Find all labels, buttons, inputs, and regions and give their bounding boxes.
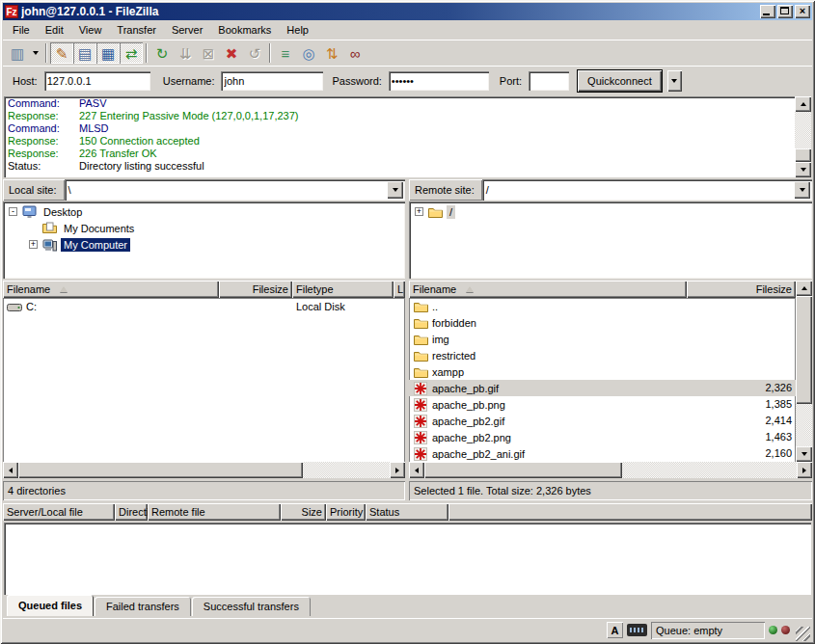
menu-bookmarks[interactable]: Bookmarks [210,22,279,38]
local-tree-item[interactable]: +My Computer [3,236,405,253]
remote-file-row[interactable]: restricted [409,347,796,363]
disconnect-button[interactable]: ✖ [220,42,243,64]
scrollbar-thumb[interactable] [796,296,812,404]
remote-file-row[interactable]: xampp [409,363,796,380]
log-line-text: MLSD [79,122,109,135]
menu-edit[interactable]: Edit [38,22,71,38]
title-bar[interactable]: Fz john@127.0.0.1 - FileZilla × [3,3,812,20]
expand-icon[interactable]: + [29,240,38,249]
menu-help[interactable]: Help [279,22,316,38]
column-header-size[interactable]: Size [281,503,326,521]
tab-queued-files[interactable]: Queued files [7,595,94,616]
local-tree-item[interactable]: -Desktop [3,203,405,220]
column-header-remote-file[interactable]: Remote file [148,503,281,521]
tab-failed-transfers[interactable]: Failed transfers [95,597,191,616]
minimize-button[interactable] [760,5,775,18]
remote-tree-item[interactable]: +/ [409,203,812,220]
find-files-button[interactable]: ∞ [343,42,367,64]
encryption-status-icon[interactable] [627,624,647,636]
filter-button[interactable]: ≡ [274,42,297,64]
process-queue-button[interactable]: ⇊ [174,42,197,64]
remote-file-row[interactable]: apache_pb2.png1,463 [409,429,796,445]
local-site-dropdown[interactable] [387,181,403,199]
column-header-filename[interactable]: Filename [409,281,687,298]
menu-view[interactable]: View [71,22,110,38]
scroll-down-button[interactable] [795,162,811,177]
port-input[interactable] [529,71,569,91]
scroll-right-button[interactable] [797,462,812,478]
quickconnect-dropdown[interactable] [667,70,682,92]
local-tree-item[interactable]: My Documents [3,220,405,236]
remote-file-row[interactable]: forbidden [409,314,796,331]
log-scrollbar[interactable] [795,96,811,177]
recv-activity-led-icon [769,626,777,634]
scrollbar-thumb[interactable] [795,148,811,162]
quickconnect-button[interactable]: Quickconnect [578,70,662,92]
cancel-operation-button[interactable]: ⊠ [197,42,220,64]
local-file-row[interactable]: C:Local Disk [3,298,405,314]
column-header-priority[interactable]: Priority [326,503,366,521]
column-header-label: Filename [413,281,456,298]
toggle-queue-button[interactable]: ⇄ [120,42,143,64]
menu-file[interactable]: File [5,22,38,38]
column-header-label: L [397,281,403,298]
remote-file-row[interactable]: apache_pb.png1,385 [409,396,796,413]
resize-grip[interactable] [796,627,810,641]
scroll-up-button[interactable] [796,281,812,296]
data-type-icon[interactable]: A [607,622,623,638]
remote-file-row[interactable]: apache_pb2.gif2,414 [409,413,796,429]
password-input[interactable] [389,71,489,91]
expand-icon[interactable]: + [415,207,423,216]
column-header-filename[interactable]: Filename [3,281,219,298]
remote-vscrollbar[interactable] [796,281,812,462]
scrollbar-track[interactable] [18,462,390,478]
scrollbar-thumb[interactable] [18,462,303,478]
column-header-filetype[interactable]: Filetype [292,281,394,298]
tab-successful-transfers[interactable]: Successful transfers [192,597,311,616]
collapse-icon[interactable]: - [9,207,17,216]
username-input[interactable] [221,71,323,91]
column-header-status[interactable]: Status [366,503,448,521]
scroll-up-button[interactable] [795,96,811,112]
scrollbar-track[interactable] [424,462,797,478]
refresh-button[interactable]: ↻ [150,42,174,64]
synchronized-browsing-button[interactable]: ⇅ [320,42,343,64]
host-input[interactable] [44,71,150,91]
column-header-server-local-file[interactable]: Server/Local file [3,503,115,521]
column-header-l[interactable]: L [394,281,405,298]
apache-image-icon [413,431,428,444]
remote-file-row[interactable]: apache_pb.gif2,326 [409,380,796,396]
reconnect-button[interactable]: ↺ [243,42,266,64]
remote-hscrollbar[interactable] [409,462,812,478]
remote-file-row[interactable]: .. [409,298,796,314]
toggle-remote-tree-button[interactable]: ▦ [96,42,120,64]
column-header-directi-[interactable]: Directi... [115,503,148,521]
menu-server[interactable]: Server [164,22,210,38]
local-site-combo[interactable]: \ [65,179,405,201]
site-manager-dropdown[interactable] [29,42,42,64]
site-manager-button[interactable]: ▥ [6,42,29,64]
scroll-left-button[interactable] [409,462,424,478]
directory-comparison-button[interactable]: ◎ [297,42,320,64]
scrollbar-track[interactable] [796,296,812,446]
local-hscrollbar[interactable] [3,462,405,478]
scroll-left-button[interactable] [3,462,18,478]
menu-transfer[interactable]: Transfer [109,22,164,38]
toggle-message-log-button[interactable]: ✎ [50,42,73,64]
scroll-down-button[interactable] [796,446,812,462]
column-header-filesize[interactable]: Filesize [219,281,292,298]
remote-site-combo[interactable]: / [482,179,812,201]
toggle-local-tree-button[interactable]: ▤ [73,42,96,64]
remote-file-row[interactable]: apache_pb2_ani.gif2,160 [409,445,796,462]
remote-file-row[interactable]: img [409,331,796,347]
remote-site-dropdown[interactable] [794,181,810,199]
close-button[interactable]: × [795,5,810,18]
maximize-button[interactable] [777,5,793,18]
scrollbar-thumb[interactable] [424,462,622,478]
scroll-right-button[interactable] [390,462,405,478]
toggle-remote-tree-icon: ▦ [101,46,115,61]
column-header-spacer[interactable] [448,503,812,521]
drive-icon [7,300,22,313]
scrollbar-track[interactable] [795,112,811,162]
column-header-filesize[interactable]: Filesize [687,281,796,298]
